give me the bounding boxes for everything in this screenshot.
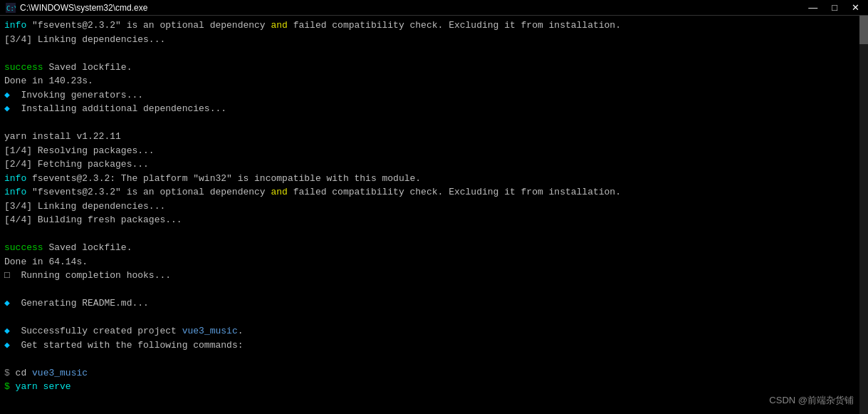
terminal-line: Done in 64.14s. [4, 255, 864, 269]
terminal-line: ◆ Installing additional dependencies... [4, 102, 864, 116]
terminal-line [4, 227, 864, 242]
maximize-button[interactable]: □ [829, 2, 840, 13]
terminal-line: □ Running completion hooks... [4, 269, 864, 283]
terminal-line [4, 116, 864, 130]
terminal-line: info fsevents@2.3.2: The platform "win32… [4, 172, 864, 186]
terminal-line: ◆ Successfully created project vue3_musi… [4, 324, 864, 338]
terminal-line: [2/4] Fetching packages... [4, 157, 864, 172]
terminal-line [4, 283, 864, 297]
info-label: info [4, 173, 26, 184]
svg-text:C:\: C:\ [6, 5, 16, 12]
info-label: info [4, 187, 26, 197]
terminal-line [4, 311, 864, 325]
scrollbar-thumb[interactable] [859, 16, 868, 44]
terminal-body: info "fsevents@2.3.2" is an optional dep… [0, 16, 868, 414]
title-bar: C:\ C:\WINDOWS\system32\cmd.exe — □ ✕ [0, 0, 868, 16]
terminal-line [4, 352, 864, 366]
terminal-line: [3/4] Linking dependencies... [4, 200, 864, 214]
minimize-button[interactable]: — [805, 2, 820, 13]
terminal-line: info "fsevents@2.3.2" is an optional dep… [4, 19, 864, 33]
terminal-line: [1/4] Resolving packages... [4, 144, 864, 158]
terminal-line: [3/4] Linking dependencies... [4, 33, 864, 47]
terminal-line: $ yarn serve [4, 380, 864, 394]
terminal-line: [4/4] Building fresh packages... [4, 213, 864, 227]
window: C:\ C:\WINDOWS\system32\cmd.exe — □ ✕ in… [0, 0, 868, 414]
terminal-line: ◆ Generating README.md... [4, 296, 864, 311]
terminal-line: success Saved lockfile. [4, 241, 864, 255]
terminal-line: success Saved lockfile. [4, 61, 864, 75]
terminal-line: ◆ Invoking generators... [4, 88, 864, 103]
title-bar-controls: — □ ✕ [805, 2, 862, 13]
success-label: success [4, 242, 43, 253]
terminal-line: $ cd vue3_music [4, 366, 864, 381]
terminal-line: ◆ Get started with the following command… [4, 338, 864, 353]
info-label: info [4, 20, 26, 31]
title-bar-left: C:\ C:\WINDOWS\system32\cmd.exe [6, 3, 147, 13]
window-title: C:\WINDOWS\system32\cmd.exe [20, 3, 147, 13]
terminal-line [4, 46, 864, 61]
close-button[interactable]: ✕ [849, 2, 862, 13]
terminal-line: Done in 140.23s. [4, 74, 864, 88]
terminal-line: yarn install v1.22.11 [4, 130, 864, 144]
csdn-watermark: CSDN @前端杂货铺 [769, 393, 854, 408]
cmd-icon: C:\ [6, 3, 16, 13]
scrollbar[interactable] [859, 16, 868, 414]
success-label: success [4, 62, 43, 73]
terminal-line: info "fsevents@2.3.2" is an optional dep… [4, 185, 864, 200]
